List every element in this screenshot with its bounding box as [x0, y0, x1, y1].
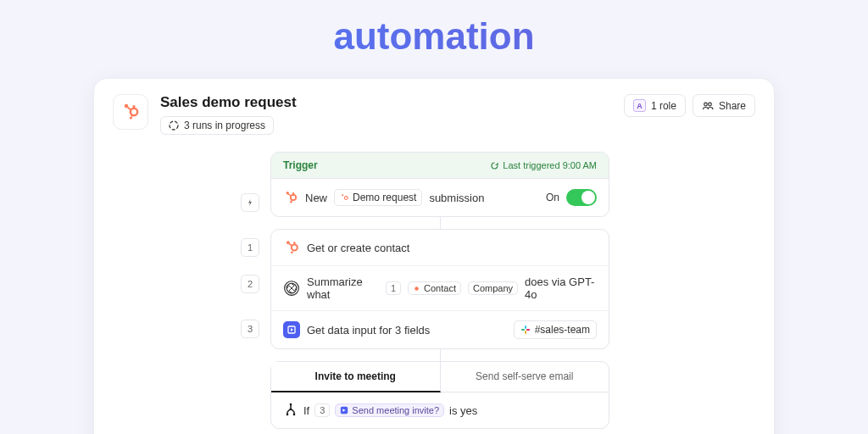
condition-chip[interactable]: Send meeting invite?	[335, 403, 444, 417]
svg-point-21	[293, 242, 296, 244]
svg-line-16	[292, 200, 292, 202]
svg-rect-26	[525, 326, 526, 329]
ref-chip[interactable]: 1	[386, 281, 401, 295]
steps-card: 1 Get or create contact 2 Summarize what…	[270, 229, 609, 349]
svg-point-3	[130, 116, 132, 119]
step-row-3[interactable]: 3 Get data input for 3 fields #sales-tea…	[271, 311, 609, 348]
svg-point-32	[293, 414, 296, 416]
svg-point-24	[415, 287, 419, 291]
step-row-2[interactable]: 2 Summarize what 1 Contact Company does …	[271, 266, 609, 311]
svg-point-9	[709, 103, 712, 106]
trigger-text-pre: New	[305, 192, 327, 204]
condition-row[interactable]: If 3 Send meeting invite? is yes	[271, 392, 609, 428]
ref-chip[interactable]: 3	[314, 403, 330, 417]
svg-point-12	[292, 192, 294, 194]
trigger-step-icon	[241, 193, 259, 212]
progress-icon	[169, 120, 179, 131]
runs-text: 3 runs in progress	[184, 120, 265, 131]
branch-tabs: Invite to meeting Send self-serve email	[271, 362, 609, 392]
svg-point-8	[704, 103, 708, 106]
connector	[440, 217, 441, 229]
branch-icon	[283, 403, 298, 418]
svg-line-4	[128, 108, 132, 111]
tab-invite[interactable]: Invite to meeting	[271, 362, 441, 392]
svg-point-18	[344, 196, 348, 199]
contact-chip[interactable]: Contact	[408, 281, 461, 295]
slack-icon	[520, 325, 531, 335]
workflow-card: Sales demo request 3 runs in progress A …	[93, 78, 775, 434]
trigger-timestamp: Last triggered 9:00 AM	[490, 160, 597, 170]
hubspot-app-icon	[113, 94, 148, 130]
step-row-1[interactable]: 1 Get or create contact	[271, 230, 609, 266]
slack-chip[interactable]: #sales-team	[514, 320, 597, 339]
page-heading: automation	[0, 0, 868, 58]
trigger-toggle[interactable]	[566, 189, 597, 206]
svg-line-23	[289, 243, 292, 246]
step-number: 2	[241, 275, 259, 293]
svg-rect-27	[521, 329, 525, 331]
svg-line-14	[288, 194, 291, 197]
toggle-label: On	[546, 192, 559, 203]
hubspot-icon	[283, 239, 300, 256]
refresh-icon	[490, 161, 499, 170]
form-icon	[283, 321, 300, 338]
step-number: 3	[241, 320, 259, 338]
step-text-pre: Summarize what	[307, 275, 379, 301]
trigger-text-post: submission	[429, 192, 484, 204]
trigger-body: New Demo request submission On	[271, 179, 609, 216]
share-button[interactable]: Share	[693, 94, 755, 117]
svg-point-7	[170, 121, 178, 130]
runs-badge[interactable]: 3 runs in progress	[160, 116, 274, 135]
connector	[440, 349, 441, 361]
condition-post: is yes	[449, 404, 477, 417]
roles-text: 1 role	[651, 100, 676, 112]
svg-point-17	[342, 194, 343, 196]
form-icon	[340, 406, 348, 415]
trigger-label: Trigger	[283, 159, 318, 171]
hubspot-icon	[340, 193, 349, 203]
svg-point-22	[291, 252, 293, 254]
svg-line-6	[131, 115, 132, 117]
roles-button[interactable]: A 1 role	[624, 94, 686, 117]
trigger-card[interactable]: Trigger Last triggered 9:00 AM New Demo …	[270, 152, 609, 217]
hubspot-icon	[283, 190, 298, 205]
svg-point-2	[132, 105, 135, 108]
step-number: 1	[241, 238, 259, 257]
step-text: Get data input for 3 fields	[307, 324, 430, 337]
workflow-title: Sales demo request	[160, 94, 612, 111]
trigger-header: Trigger Last triggered 9:00 AM	[271, 153, 609, 179]
branch-card: Invite to meeting Send self-serve email …	[270, 361, 609, 429]
svg-point-30	[290, 403, 292, 406]
openai-icon	[283, 280, 300, 297]
svg-rect-29	[526, 329, 530, 331]
svg-point-31	[287, 414, 289, 416]
flow-canvas: Trigger Last triggered 9:00 AM New Demo …	[270, 152, 609, 429]
step-text-post: does via GPT-4o	[525, 275, 597, 301]
step-text: Get or create contact	[307, 242, 409, 254]
svg-point-13	[290, 201, 292, 203]
company-chip[interactable]: Company	[468, 281, 518, 295]
workflow-header: Sales demo request 3 runs in progress A …	[94, 79, 774, 135]
trigger-chip[interactable]: Demo request	[334, 189, 422, 206]
share-icon	[702, 100, 714, 112]
condition-label: If	[303, 404, 309, 417]
share-label: Share	[719, 100, 746, 112]
tab-email[interactable]: Send self-serve email	[441, 362, 609, 392]
svg-rect-28	[525, 331, 526, 334]
role-tag: A	[633, 99, 646, 112]
